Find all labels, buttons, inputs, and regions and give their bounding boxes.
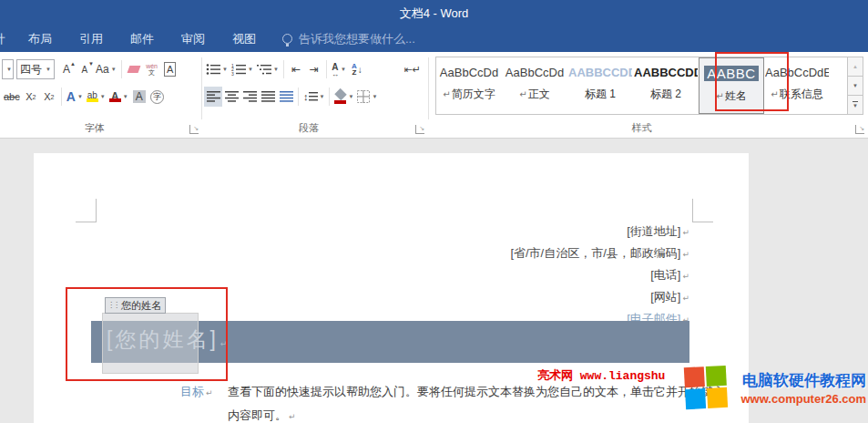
watermark-site-name: 电脑软硬件教程网 <box>741 370 867 391</box>
change-case-button[interactable]: Aa▼ <box>94 59 118 79</box>
caret-down-icon: ▼ <box>853 83 858 88</box>
divider <box>298 88 299 106</box>
styles-more-button[interactable]: ▼ <box>848 96 863 114</box>
sort-button[interactable]: AZ↓ <box>348 59 366 79</box>
placeholder-city-zip[interactable]: [省/市/自治区，市/县，邮政编码]↵ <box>510 245 689 262</box>
superscript-button[interactable]: X2 <box>40 87 58 107</box>
body-text-line2: 内容即可。↵ <box>228 408 296 423</box>
multilevel-list-icon <box>257 63 271 76</box>
name-placeholder-text[interactable]: [您的姓名]↵ <box>107 325 230 354</box>
placeholder-phone[interactable]: [电话]↵ <box>650 267 689 284</box>
styles-scroll-down-button[interactable]: ▼ <box>848 77 863 96</box>
divider <box>283 60 284 78</box>
lightbulb-icon <box>282 34 292 44</box>
tab-references[interactable]: 引用 <box>66 26 117 52</box>
shrink-font-button[interactable]: A▼ <box>76 59 94 79</box>
font-size-combo[interactable]: 四号▼ <box>16 59 55 79</box>
pilcrow-icon: ↵ <box>519 89 526 99</box>
style-item-resume-text[interactable]: AaBbCcDd ↵简历文字 <box>436 57 502 114</box>
tell-me-box[interactable]: 告诉我您想要做什么... <box>282 31 415 47</box>
windows-logo-icon <box>684 366 730 411</box>
multilevel-list-button[interactable]: ▼ <box>255 59 281 79</box>
increase-indent-button[interactable]: ⇥ <box>305 59 323 79</box>
tab-mailings[interactable]: 邮件 <box>117 26 168 52</box>
phonetic-guide-button[interactable]: wén文 <box>143 59 161 79</box>
font-group-label: 字体 <box>0 121 189 135</box>
shading-button[interactable]: ▼ <box>332 87 355 107</box>
styles-dialog-launcher-icon[interactable]: ↘ <box>855 125 864 134</box>
pilcrow-icon: ↵ <box>771 89 778 99</box>
window-title: 文档4 - Word <box>0 5 868 22</box>
font-color-button[interactable]: A▼ <box>107 87 130 107</box>
placeholder-street-address[interactable]: [街道地址]↵ <box>627 223 689 240</box>
tab-view[interactable]: 视图 <box>219 26 270 52</box>
line-spacing-button[interactable]: ↕▼ <box>301 87 326 107</box>
styles-group: AaBbCcDd ↵简历文字 AaBbCcDd ↵正文 AABBCCDD 标题 … <box>428 52 868 138</box>
font-dialog-launcher-icon[interactable]: ↘ <box>189 125 199 134</box>
text-effects-button[interactable]: A▼ <box>65 87 85 107</box>
objective-heading: 目标↵ <box>180 384 213 400</box>
strikethrough-button[interactable]: abc <box>2 87 22 107</box>
pilcrow-icon: ↵ <box>220 339 230 348</box>
divider <box>121 60 122 78</box>
character-border-button[interactable]: A <box>161 59 179 79</box>
justify-button[interactable] <box>259 87 277 107</box>
decrease-indent-button[interactable]: ⇤ <box>287 59 305 79</box>
sort-az-icon: AZ <box>352 63 357 76</box>
styles-scroll-up-button[interactable]: ▲ <box>848 57 863 77</box>
content-control-tab[interactable]: ⋮⋮ 您的姓名 <box>105 297 166 314</box>
borders-button[interactable]: ▼ <box>355 87 379 107</box>
pilcrow-icon: ↵ <box>682 294 689 303</box>
text-effects-icon: A <box>66 89 76 104</box>
divider <box>61 88 62 106</box>
styles-group-label: 样式 <box>428 121 855 135</box>
divider <box>326 60 327 78</box>
clear-formatting-button[interactable] <box>125 59 143 79</box>
increase-indent-icon: ⇥ <box>310 63 319 76</box>
style-item-contact-info[interactable]: AaBbCcDdE ↵联系信息 <box>764 57 830 114</box>
align-center-button[interactable] <box>222 87 240 107</box>
chevron-down-icon: ▼ <box>6 67 12 72</box>
character-border-icon: A <box>164 62 176 77</box>
watermark-site: 电脑软硬件教程网 www.computer26.com <box>741 370 867 406</box>
ribbon: ▼ 四号▼ A▲ A▼ Aa▼ wén文 A abc X2 X2 A▼ ab▼ … <box>0 52 868 139</box>
paragraph-dialog-launcher-icon[interactable]: ↘ <box>415 125 424 134</box>
character-shading-icon: A <box>133 90 146 103</box>
asian-layout-button[interactable]: A↔▼ <box>330 59 348 79</box>
grow-font-button[interactable]: A▲ <box>57 59 76 79</box>
pilcrow-icon: ↵ <box>289 412 296 421</box>
align-right-icon <box>243 91 257 102</box>
numbering-button[interactable]: 123▼ <box>230 59 255 79</box>
bullets-button[interactable]: ▼ <box>204 59 230 79</box>
paragraph-group: ▼ 123▼ ▼ ⇤ ⇥ A↔▼ AZ↓ ⇤↵ ↕▼ ▼ <box>202 52 428 138</box>
style-item-heading2[interactable]: AABBCCDD 标题 2 <box>633 57 699 114</box>
align-right-button[interactable] <box>240 87 259 107</box>
decrease-indent-icon: ⇤ <box>291 63 301 76</box>
ribbon-tab-bar: 设计 布局 引用 邮件 审阅 视图 告诉我您想要做什么... <box>0 26 868 52</box>
highlight-color-button[interactable]: ab▼ <box>85 87 107 107</box>
crop-mark-icon <box>96 199 97 222</box>
highlighter-icon: ab <box>87 91 98 102</box>
tab-review[interactable]: 审阅 <box>168 26 219 52</box>
placeholder-website[interactable]: [网站]↵ <box>650 289 689 305</box>
tab-layout[interactable]: 布局 <box>15 26 66 52</box>
show-hide-marks-button[interactable]: ⇤↵ <box>403 59 423 79</box>
tab-design-partial[interactable]: 设计 <box>0 26 15 52</box>
style-item-heading1[interactable]: AABBCCDD 标题 1 <box>567 57 633 114</box>
style-item-normal[interactable]: AaBbCcDd ↵正文 <box>502 57 567 114</box>
numbering-icon: 123 <box>231 63 246 76</box>
style-item-name[interactable]: AABBC ↵姓名 <box>699 57 764 114</box>
character-shading-button[interactable]: A <box>130 87 148 107</box>
pilcrow-icon: ↵ <box>682 250 689 259</box>
font-name-combo-partial[interactable]: ▼ <box>2 59 14 79</box>
align-left-button[interactable] <box>204 87 222 107</box>
pilcrow-icon: ↵ <box>682 272 689 281</box>
font-group: ▼ 四号▼ A▲ A▼ Aa▼ wén文 A abc X2 X2 A▼ ab▼ … <box>0 52 202 138</box>
paint-bucket-icon <box>334 89 346 104</box>
distribute-button[interactable] <box>277 87 295 107</box>
paragraph-marks-icon: ⇤↵ <box>404 64 421 76</box>
enclose-characters-button[interactable]: 字 <box>148 87 167 107</box>
watermark-red-text: 亮术网 www.liangshu <box>537 367 665 384</box>
subscript-button[interactable]: X2 <box>22 87 40 107</box>
crop-mark-icon <box>692 199 693 222</box>
